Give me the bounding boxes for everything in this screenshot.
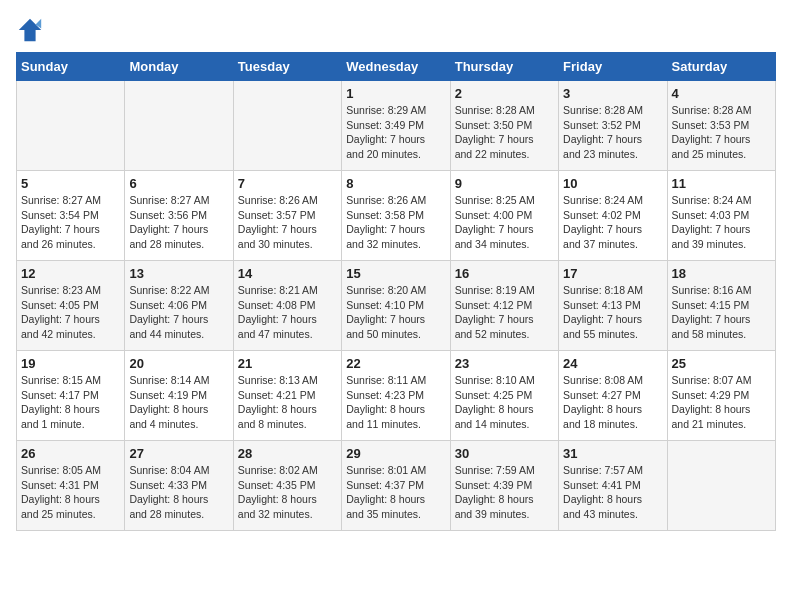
logo	[16, 16, 48, 44]
day-info: Sunrise: 8:01 AM Sunset: 4:37 PM Dayligh…	[346, 463, 445, 522]
calendar-cell: 3Sunrise: 8:28 AM Sunset: 3:52 PM Daylig…	[559, 81, 667, 171]
calendar-cell: 5Sunrise: 8:27 AM Sunset: 3:54 PM Daylig…	[17, 171, 125, 261]
calendar-cell: 29Sunrise: 8:01 AM Sunset: 4:37 PM Dayli…	[342, 441, 450, 531]
day-number: 15	[346, 266, 445, 281]
day-info: Sunrise: 8:27 AM Sunset: 3:56 PM Dayligh…	[129, 193, 228, 252]
calendar-cell: 19Sunrise: 8:15 AM Sunset: 4:17 PM Dayli…	[17, 351, 125, 441]
calendar-cell: 4Sunrise: 8:28 AM Sunset: 3:53 PM Daylig…	[667, 81, 775, 171]
day-number: 11	[672, 176, 771, 191]
day-info: Sunrise: 7:57 AM Sunset: 4:41 PM Dayligh…	[563, 463, 662, 522]
calendar-cell: 14Sunrise: 8:21 AM Sunset: 4:08 PM Dayli…	[233, 261, 341, 351]
day-number: 4	[672, 86, 771, 101]
page-header	[16, 16, 776, 44]
calendar-cell: 31Sunrise: 7:57 AM Sunset: 4:41 PM Dayli…	[559, 441, 667, 531]
header-wednesday: Wednesday	[342, 53, 450, 81]
calendar-week-row: 19Sunrise: 8:15 AM Sunset: 4:17 PM Dayli…	[17, 351, 776, 441]
day-info: Sunrise: 8:07 AM Sunset: 4:29 PM Dayligh…	[672, 373, 771, 432]
calendar-cell: 28Sunrise: 8:02 AM Sunset: 4:35 PM Dayli…	[233, 441, 341, 531]
day-number: 25	[672, 356, 771, 371]
day-number: 28	[238, 446, 337, 461]
day-info: Sunrise: 8:22 AM Sunset: 4:06 PM Dayligh…	[129, 283, 228, 342]
day-info: Sunrise: 8:11 AM Sunset: 4:23 PM Dayligh…	[346, 373, 445, 432]
day-info: Sunrise: 8:28 AM Sunset: 3:52 PM Dayligh…	[563, 103, 662, 162]
day-number: 1	[346, 86, 445, 101]
day-number: 31	[563, 446, 662, 461]
day-number: 2	[455, 86, 554, 101]
calendar-cell: 2Sunrise: 8:28 AM Sunset: 3:50 PM Daylig…	[450, 81, 558, 171]
header-saturday: Saturday	[667, 53, 775, 81]
day-info: Sunrise: 8:28 AM Sunset: 3:50 PM Dayligh…	[455, 103, 554, 162]
day-number: 6	[129, 176, 228, 191]
calendar-cell: 25Sunrise: 8:07 AM Sunset: 4:29 PM Dayli…	[667, 351, 775, 441]
day-info: Sunrise: 8:29 AM Sunset: 3:49 PM Dayligh…	[346, 103, 445, 162]
header-thursday: Thursday	[450, 53, 558, 81]
day-number: 14	[238, 266, 337, 281]
day-number: 23	[455, 356, 554, 371]
day-info: Sunrise: 8:21 AM Sunset: 4:08 PM Dayligh…	[238, 283, 337, 342]
calendar-cell	[125, 81, 233, 171]
calendar-week-row: 5Sunrise: 8:27 AM Sunset: 3:54 PM Daylig…	[17, 171, 776, 261]
day-info: Sunrise: 8:23 AM Sunset: 4:05 PM Dayligh…	[21, 283, 120, 342]
calendar-cell	[667, 441, 775, 531]
day-number: 19	[21, 356, 120, 371]
day-info: Sunrise: 7:59 AM Sunset: 4:39 PM Dayligh…	[455, 463, 554, 522]
calendar-cell	[233, 81, 341, 171]
day-info: Sunrise: 8:08 AM Sunset: 4:27 PM Dayligh…	[563, 373, 662, 432]
day-number: 27	[129, 446, 228, 461]
day-info: Sunrise: 8:16 AM Sunset: 4:15 PM Dayligh…	[672, 283, 771, 342]
calendar-cell: 1Sunrise: 8:29 AM Sunset: 3:49 PM Daylig…	[342, 81, 450, 171]
day-number: 17	[563, 266, 662, 281]
day-info: Sunrise: 8:10 AM Sunset: 4:25 PM Dayligh…	[455, 373, 554, 432]
calendar-cell: 27Sunrise: 8:04 AM Sunset: 4:33 PM Dayli…	[125, 441, 233, 531]
day-number: 3	[563, 86, 662, 101]
calendar-cell	[17, 81, 125, 171]
day-number: 24	[563, 356, 662, 371]
logo-icon	[16, 16, 44, 44]
day-number: 22	[346, 356, 445, 371]
day-number: 8	[346, 176, 445, 191]
day-info: Sunrise: 8:25 AM Sunset: 4:00 PM Dayligh…	[455, 193, 554, 252]
day-info: Sunrise: 8:24 AM Sunset: 4:02 PM Dayligh…	[563, 193, 662, 252]
day-info: Sunrise: 8:27 AM Sunset: 3:54 PM Dayligh…	[21, 193, 120, 252]
day-info: Sunrise: 8:26 AM Sunset: 3:57 PM Dayligh…	[238, 193, 337, 252]
calendar-header-row: SundayMondayTuesdayWednesdayThursdayFrid…	[17, 53, 776, 81]
calendar-cell: 10Sunrise: 8:24 AM Sunset: 4:02 PM Dayli…	[559, 171, 667, 261]
calendar-cell: 30Sunrise: 7:59 AM Sunset: 4:39 PM Dayli…	[450, 441, 558, 531]
header-monday: Monday	[125, 53, 233, 81]
day-number: 12	[21, 266, 120, 281]
calendar-cell: 7Sunrise: 8:26 AM Sunset: 3:57 PM Daylig…	[233, 171, 341, 261]
calendar-cell: 22Sunrise: 8:11 AM Sunset: 4:23 PM Dayli…	[342, 351, 450, 441]
calendar-body: 1Sunrise: 8:29 AM Sunset: 3:49 PM Daylig…	[17, 81, 776, 531]
calendar-cell: 6Sunrise: 8:27 AM Sunset: 3:56 PM Daylig…	[125, 171, 233, 261]
day-info: Sunrise: 8:04 AM Sunset: 4:33 PM Dayligh…	[129, 463, 228, 522]
calendar-cell: 12Sunrise: 8:23 AM Sunset: 4:05 PM Dayli…	[17, 261, 125, 351]
day-number: 20	[129, 356, 228, 371]
day-number: 9	[455, 176, 554, 191]
header-friday: Friday	[559, 53, 667, 81]
day-number: 29	[346, 446, 445, 461]
calendar-cell: 16Sunrise: 8:19 AM Sunset: 4:12 PM Dayli…	[450, 261, 558, 351]
day-number: 26	[21, 446, 120, 461]
day-number: 7	[238, 176, 337, 191]
calendar-table: SundayMondayTuesdayWednesdayThursdayFrid…	[16, 52, 776, 531]
day-info: Sunrise: 8:02 AM Sunset: 4:35 PM Dayligh…	[238, 463, 337, 522]
calendar-cell: 18Sunrise: 8:16 AM Sunset: 4:15 PM Dayli…	[667, 261, 775, 351]
day-number: 30	[455, 446, 554, 461]
header-tuesday: Tuesday	[233, 53, 341, 81]
calendar-week-row: 12Sunrise: 8:23 AM Sunset: 4:05 PM Dayli…	[17, 261, 776, 351]
day-number: 21	[238, 356, 337, 371]
calendar-cell: 23Sunrise: 8:10 AM Sunset: 4:25 PM Dayli…	[450, 351, 558, 441]
day-number: 18	[672, 266, 771, 281]
day-info: Sunrise: 8:13 AM Sunset: 4:21 PM Dayligh…	[238, 373, 337, 432]
calendar-cell: 24Sunrise: 8:08 AM Sunset: 4:27 PM Dayli…	[559, 351, 667, 441]
day-info: Sunrise: 8:26 AM Sunset: 3:58 PM Dayligh…	[346, 193, 445, 252]
day-number: 13	[129, 266, 228, 281]
day-info: Sunrise: 8:18 AM Sunset: 4:13 PM Dayligh…	[563, 283, 662, 342]
day-number: 10	[563, 176, 662, 191]
day-info: Sunrise: 8:20 AM Sunset: 4:10 PM Dayligh…	[346, 283, 445, 342]
calendar-cell: 15Sunrise: 8:20 AM Sunset: 4:10 PM Dayli…	[342, 261, 450, 351]
calendar-cell: 9Sunrise: 8:25 AM Sunset: 4:00 PM Daylig…	[450, 171, 558, 261]
header-sunday: Sunday	[17, 53, 125, 81]
calendar-cell: 11Sunrise: 8:24 AM Sunset: 4:03 PM Dayli…	[667, 171, 775, 261]
day-info: Sunrise: 8:15 AM Sunset: 4:17 PM Dayligh…	[21, 373, 120, 432]
